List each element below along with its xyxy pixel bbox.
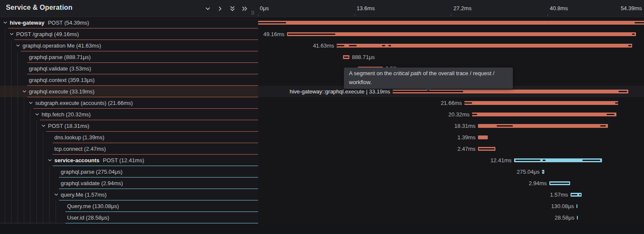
indent-guide [17,51,18,223]
span-name-cell[interactable]: query.Me (1.57ms) [0,189,258,200]
span-row[interactable]: tcp.connect (2.47ms)2.47ms [0,143,644,155]
span-row[interactable]: query.Me (1.57ms)1.57ms [0,189,644,200]
chevron-down-icon[interactable] [22,89,27,94]
span-bar-cell[interactable]: 20.32ms [258,109,644,120]
span-row[interactable]: graphql.validate (2.94ms)2.94ms [0,178,644,189]
span-duration-bar[interactable] [478,135,488,139]
span-name-cell[interactable]: POST (18.31ms) [0,120,258,132]
span-label: graphql.context (359.13μs) [29,77,95,83]
span-duration-bar[interactable] [287,32,636,36]
span-bar-cell[interactable]: 21.66ms [258,97,644,109]
span-row[interactable]: graphql.parse (888.71μs)888.71μs [0,51,644,63]
span-name-cell[interactable]: POST /graphql (49.16ms) [0,28,258,40]
span-duration-bar[interactable] [337,44,632,48]
indent-guide [37,120,37,223]
span-duration-label: 41.63ms [313,42,334,49]
chevron-down-icon[interactable] [34,112,40,117]
span-label: dns.lookup (1.39ms) [54,134,104,141]
span-rows: hive-gatewayPOST (54.39ms)POST /graphql … [0,17,644,224]
critical-path-segment [464,102,472,104]
span-name-cell[interactable]: Query.me (130.08μs) [0,200,258,212]
span-bar-cell[interactable]: 49.16ms [258,28,644,40]
span-label: Query.me (130.08μs) [67,203,119,209]
span-name-cell[interactable]: graphql.parse (888.71μs) [0,51,258,63]
critical-path-segment [543,171,543,172]
critical-path-segment [382,45,385,46]
span-bar-cell[interactable]: 12.41ms [258,155,644,166]
span-name-cell[interactable]: dns.lookup (1.39ms) [0,132,258,143]
span-duration-bar[interactable] [464,101,618,105]
span-name-cell[interactable]: service-accountsPOST (12.41ms) [0,155,258,166]
span-label: graphql.validate (3.53ms) [29,65,91,72]
tick-label-3: 40.8ms [550,5,568,11]
chevron-down-icon[interactable] [15,43,21,48]
span-row[interactable]: POST (18.31ms)18.31ms [0,120,644,132]
span-row[interactable]: dns.lookup (1.39ms)1.39ms [0,132,644,143]
span-row[interactable]: Query.me (130.08μs)130.08μs [0,200,644,212]
span-bar-cell[interactable]: 41.63ms [258,40,644,51]
expand-all-icon[interactable] [239,3,250,14]
span-duration-label: 21.66ms [441,100,462,106]
collapse-children-icon[interactable] [202,3,213,14]
span-bar-cell[interactable]: 275.04μs [258,166,644,178]
span-row[interactable]: graphql.operation Me (41.63ms)41.63ms [0,40,644,51]
span-bar-cell[interactable]: 28.58μs [258,212,644,223]
span-label: tcp.connect (2.47ms) [54,146,106,152]
collapse-all-icon[interactable] [227,3,237,14]
span-bar-cell[interactable]: 2.94ms [258,178,644,189]
span-duration-bar[interactable] [472,113,616,116]
span-duration-bar[interactable] [577,204,577,208]
span-bar-cell[interactable] [258,17,644,28]
chevron-down-icon[interactable] [41,123,46,129]
span-name-cell[interactable]: graphql.validate (2.94ms) [0,178,258,189]
span-duration-label: 49.16ms [263,31,284,37]
indent-guide [11,40,11,223]
chevron-down-icon[interactable] [3,20,8,25]
span-name-cell[interactable]: graphql.execute (33.19ms) [0,86,258,97]
span-label: subgraph.execute (accounts) (21.66ms) [35,100,133,106]
span-row[interactable]: hive-gatewayPOST (54.39ms) [0,17,644,28]
span-name-cell[interactable]: http.fetch (20.32ms) [0,109,258,120]
critical-path-segment [619,91,627,92]
span-duration-bar[interactable] [258,21,644,25]
span-bar-cell[interactable]: 1.57ms [258,189,644,200]
service-name: service-accounts [54,157,99,164]
span-row[interactable]: graphql.validate (3.53ms)3.53ms [0,63,644,74]
span-row[interactable]: service-accountsPOST (12.41ms)12.41ms [0,155,644,166]
span-row[interactable]: http.fetch (20.32ms)20.32ms [0,109,644,120]
span-row[interactable]: graphql.context (359.13μs)359.13μs [0,74,644,86]
expand-children-icon[interactable] [215,3,225,14]
span-label: graphql.operation Me (41.63ms) [22,42,101,49]
span-bar-cell[interactable]: 130.08μs [258,200,644,212]
span-row[interactable]: POST /graphql (49.16ms)49.16ms [0,28,644,40]
span-name-cell[interactable]: subgraph.execute (accounts) (21.66ms) [0,97,258,109]
span-row[interactable]: graphql.execute (33.19ms)hive-gateway::g… [0,86,644,97]
span-name-cell[interactable]: tcp.connect (2.47ms) [0,143,258,155]
span-label: hive-gatewayPOST (54.39ms) [10,20,89,26]
span-name-cell[interactable]: graphql.parse (275.04μs) [0,166,258,178]
critical-path-segment [635,22,644,23]
span-name-cell[interactable]: graphql.operation Me (41.63ms) [0,40,258,51]
critical-path-segment [543,160,546,161]
chevron-down-icon[interactable] [9,31,14,37]
span-name-cell[interactable]: hive-gatewayPOST (54.39ms) [0,17,258,28]
span-bar-cell[interactable]: 1.39ms [258,132,644,143]
critical-path-segment [388,45,391,46]
span-duration-bar[interactable] [577,216,578,220]
span-row[interactable]: graphql.parse (275.04μs)275.04μs [0,166,644,178]
chevron-down-icon[interactable] [47,158,53,163]
chevron-down-icon[interactable] [53,192,59,197]
span-duration-label: 2.47ms [457,146,475,152]
span-name-cell[interactable]: graphql.validate (3.53ms) [0,63,258,74]
tooltip-caret-icon [426,89,431,91]
span-name-cell[interactable]: User.id (28.58μs) [0,212,258,223]
span-row[interactable]: User.id (28.58μs)28.58μs [0,212,644,223]
span-bar-cell[interactable]: 888.71μs [258,51,644,63]
chevron-down-icon[interactable] [28,100,34,106]
span-name-cell[interactable]: graphql.context (359.13μs) [0,74,258,86]
span-row[interactable]: subgraph.execute (accounts) (21.66ms)21.… [0,97,644,109]
span-bar-cell[interactable]: 2.47ms [258,143,644,155]
span-label: graphql.validate (2.94ms) [61,180,123,186]
span-bar-cell[interactable]: 18.31ms [258,120,644,132]
panel-resize-handle[interactable]: || [251,10,255,15]
